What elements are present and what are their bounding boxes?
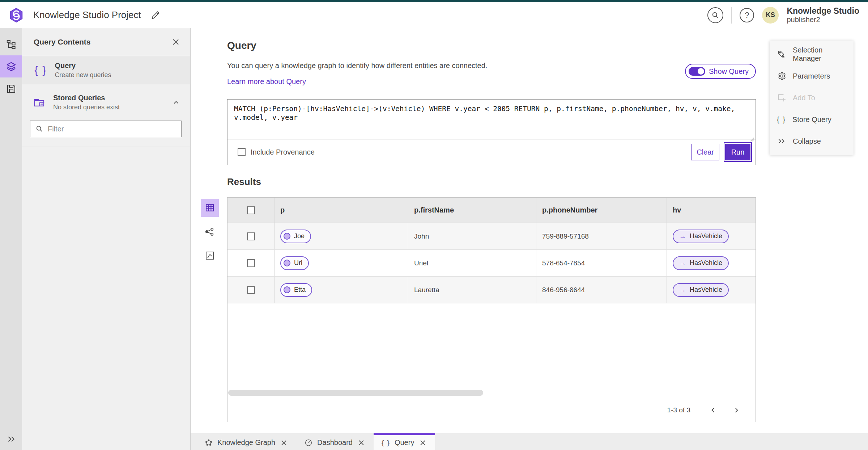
cell-phonenumber: 578-654-7854 [536,250,667,276]
avatar[interactable]: KS [762,7,779,24]
knowledge-graph-icon [204,438,213,447]
learn-more-link[interactable]: Learn more about Query [227,77,306,86]
show-query-toggle[interactable]: Show Query [685,64,756,79]
query-textarea[interactable]: MATCH (p:Person)-[hv:HasVehicle]->(v:Veh… [227,100,756,139]
show-query-label: Show Query [709,67,749,76]
stored-queries-folder-icon [33,96,46,109]
tab-knowledge-graph[interactable]: Knowledge Graph [196,433,296,450]
chevron-up-icon[interactable] [172,98,180,106]
help-button[interactable]: ? [740,8,754,22]
query-actions-card: Selection Manager Parameters Add To { } … [770,41,854,155]
cell-phonenumber: 846-956-8644 [536,277,667,303]
stored-queries-description: No stored queries exist [53,104,120,111]
braces-icon: { } [382,439,390,447]
cell-firstname: John [408,223,536,249]
rail-item-layers[interactable] [0,55,22,77]
resize-grip-icon[interactable] [749,136,754,142]
header-divider [731,7,732,24]
clear-button[interactable]: Clear [691,144,719,160]
row-checkbox[interactable] [247,259,255,267]
question-mark-icon: ? [745,10,749,20]
cell-phonenumber: 759-889-57168 [536,223,667,249]
expand-panel-button[interactable] [0,431,22,447]
braces-icon: { } [777,115,786,124]
table-view-button[interactable] [201,199,219,217]
results-view-switcher [201,199,219,265]
row-checkbox[interactable] [247,232,255,240]
entity-pill[interactable]: Uri [280,256,309,270]
column-header-firstname[interactable]: p.firstName [408,198,536,223]
rail-item-data-model[interactable] [0,33,22,55]
query-item-label: Query [55,62,111,70]
relationship-pill[interactable]: → HasVehicle [673,256,729,270]
column-header-p[interactable]: p [275,198,408,223]
row-checkbox[interactable] [247,286,255,294]
close-tab-icon[interactable] [418,438,427,447]
entity-node-icon [284,260,290,266]
selection-manager-button[interactable]: Selection Manager [770,43,854,65]
stored-queries-label: Stored Queries [53,94,120,102]
query-editor: MATCH (p:Person)-[hv:HasVehicle]->(v:Veh… [227,99,756,165]
chart-view-button[interactable] [201,247,219,265]
user-info[interactable]: Knowledge Studio publisher2 [787,6,861,24]
graph-view-button[interactable] [201,223,219,241]
close-tab-icon[interactable] [357,438,366,447]
previous-page-button[interactable] [707,404,719,416]
close-tab-icon[interactable] [280,438,288,447]
tab-dashboard[interactable]: Dashboard [296,433,374,450]
entity-pill[interactable]: Etta [280,283,312,297]
double-chevron-right-icon [777,136,786,146]
add-to-button: Add To [770,87,854,109]
stored-queries-filter [30,121,182,137]
store-query-button[interactable]: { } Store Query [770,109,854,130]
query-contents-header: Query Contents [22,28,190,56]
results-table: p p.firstName p.phoneNumber hv Joe John … [227,197,756,422]
braces-icon: { } [34,64,47,76]
column-header-hv[interactable]: hv [667,198,756,223]
layers-icon [6,61,17,72]
edit-title-pencil-icon[interactable] [150,10,161,20]
search-button[interactable] [707,7,723,23]
table-row[interactable]: Uri Uriel 578-654-7854 → HasVehicle [227,250,756,277]
app-header: Knowledge Studio Project ? KS Knowledge … [0,2,868,28]
horizontal-scrollbar-thumb[interactable] [228,390,483,396]
table-view-icon [204,202,215,213]
chevron-left-icon [710,407,717,414]
stored-queries-section[interactable]: Stored Queries No stored queries exist [22,94,190,111]
graph-view-icon [204,226,215,237]
product-name: Knowledge Studio [787,6,859,16]
dashboard-gauge-icon [304,438,313,447]
run-button[interactable]: Run [724,143,751,161]
query-editor-footer: Include Provenance Clear Run [227,139,756,165]
table-row[interactable]: Etta Lauretta 846-956-8644 → HasVehicle [227,277,756,303]
pagination-range: 1-3 of 3 [667,406,690,414]
add-to-icon [777,93,786,102]
tab-query[interactable]: { } Query [374,433,435,450]
chart-view-icon [204,250,215,261]
close-panel-icon[interactable] [171,38,180,46]
toggle-switch-icon [689,67,705,76]
parameters-button[interactable]: Parameters [770,65,854,87]
column-header-phonenumber[interactable]: p.phoneNumber [536,198,667,223]
project-title: Knowledge Studio Project [33,9,141,21]
save-floppy-icon [6,83,17,94]
query-contents-panel: Query Contents { } Query Create new quer… [22,28,191,450]
bottom-tab-bar: Knowledge Graph Dashboard { } Query [191,433,868,450]
next-page-button[interactable] [730,404,743,416]
results-title: Results [227,176,261,188]
filter-input[interactable] [48,125,176,133]
collapse-button[interactable]: Collapse [770,130,854,152]
relationship-pill[interactable]: → HasVehicle [673,230,729,243]
rail-item-save[interactable] [0,77,22,100]
select-all-checkbox[interactable] [247,206,255,214]
table-row[interactable]: Joe John 759-889-57168 → HasVehicle [227,223,756,250]
chevron-right-icon [733,407,740,414]
panel-divider [22,147,190,147]
entity-pill[interactable]: Joe [280,230,311,243]
entity-node-icon [284,233,290,240]
panel-item-query[interactable]: { } Query Create new queries [22,56,190,84]
entity-node-icon [284,286,290,293]
include-provenance-checkbox[interactable] [238,148,246,156]
relationship-pill[interactable]: → HasVehicle [673,283,729,297]
data-model-tree-icon [6,39,17,50]
